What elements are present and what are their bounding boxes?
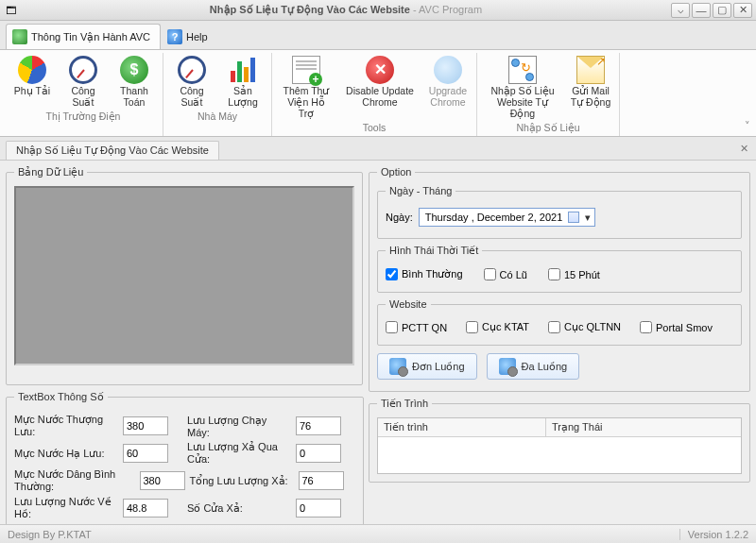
col-process: Tiến trình [378, 418, 546, 436]
sendmail-button[interactable]: ↗Gửi Mail Tự Động [566, 53, 615, 120]
daythang-panel: Ngày - Tháng Ngày: Thursday , December 2… [377, 185, 742, 239]
datagrid[interactable] [14, 186, 354, 365]
group-input-label: Nhập Số Liệu [481, 120, 615, 134]
gear-icon [499, 358, 516, 375]
ribbon: Phụ Tải Công Suất $Thanh Toán Thị Trường… [0, 49, 756, 137]
lbl-socuaxa: Số Cửa Xả: [187, 502, 291, 515]
group-market-label: Thị Trường Điện [8, 109, 159, 123]
chk-pcttqn[interactable]: PCTT QN [386, 321, 447, 333]
tab-opinfo[interactable]: Thông Tin Vận Hành AVC [6, 24, 161, 49]
ribbon-tabstrip: Thông Tin Vận Hành AVC ? Help [0, 21, 756, 49]
auto-input-button[interactable]: ↻Nhập Số Liệu Website Tự Động [481, 53, 564, 120]
chk-colu[interactable]: Có Lũ [484, 268, 527, 280]
doc-add-icon: + [292, 56, 320, 84]
ribbon-group-market: Phụ Tải Công Suất $Thanh Toán Thị Trường… [4, 53, 163, 136]
ngay-label: Ngày: [386, 212, 413, 223]
input-ll-xacua[interactable] [296, 444, 341, 463]
textbox-legend: TextBox Thông Số [14, 391, 108, 403]
workspace-close-icon[interactable]: ✕ [740, 143, 748, 155]
workspace-tab-main[interactable]: Nhập Số Liệu Tự Động Vào Các Website [6, 141, 219, 160]
mail-icon: ↗ [576, 56, 605, 84]
chk-cucqltnn[interactable]: Cục QLTNN [548, 321, 621, 333]
close-button[interactable]: ✕ [733, 3, 752, 18]
progress-legend: Tiến Trình [377, 398, 432, 410]
maximize-button[interactable]: ▢ [713, 3, 731, 18]
input-socuaxa[interactable] [296, 499, 341, 518]
leaf-icon [12, 29, 27, 44]
chk-cucktat[interactable]: Cục KTAT [466, 321, 529, 333]
lbl-tong-llxa: Tổng Lưu Lượng Xả: [190, 475, 294, 487]
title-main: Nhập Số Liệu Tự Động Vào Các Website [210, 4, 410, 15]
date-value: Thursday , December 2, 2021 [425, 212, 563, 223]
ribbon-group-input: ↻Nhập Số Liệu Website Tự Động ↗Gửi Mail … [477, 53, 620, 136]
tab-opinfo-label: Thông Tin Vận Hành AVC [31, 31, 150, 43]
single-thread-button[interactable]: Đơn Luồng [377, 353, 477, 380]
statusbar: Design By P.KTAT Version 1.2.2 [0, 524, 756, 543]
thanhtoan-button[interactable]: $Thanh Toán [110, 53, 159, 109]
date-picker[interactable]: Thursday , December 2, 2021 ▾ [419, 208, 596, 227]
barchart-icon [229, 56, 257, 84]
chk-15phut[interactable]: 15 Phút [548, 268, 600, 280]
error-icon: ✕ [366, 56, 394, 84]
chk-binhthuong[interactable]: Bình Thường [386, 268, 463, 280]
tab-help[interactable]: ? Help [161, 24, 218, 49]
design-by: Design By P.KTAT [8, 529, 92, 540]
option-legend: Option [377, 166, 415, 178]
input-dangbt[interactable] [140, 471, 185, 490]
load-icon [18, 56, 46, 84]
app-icon: 🗔 [4, 4, 17, 17]
chk-portal[interactable]: Portal Smov [640, 321, 713, 333]
phutai-button[interactable]: Phụ Tải [8, 53, 57, 109]
weather-legend: Hình Thái Thời Tiết [386, 245, 482, 257]
lbl-thuongluu: Mực Nước Thượng Lưu: [14, 414, 118, 438]
website-legend: Website [386, 298, 431, 310]
gauge-icon [69, 56, 97, 84]
group-tools-label: Tools [276, 120, 472, 134]
disable-chrome-button[interactable]: ✕Disable Update Chrome [338, 53, 421, 120]
tab-help-label: Help [186, 31, 208, 42]
datagrid-panel: Bảng Dữ Liệu [6, 166, 363, 385]
option-panel: Option Ngày - Tháng Ngày: Thursday , Dec… [369, 166, 750, 392]
datagrid-legend: Bảng Dữ Liệu [14, 166, 87, 178]
input-haluu[interactable] [123, 444, 168, 463]
chevron-down-icon: ▾ [585, 212, 591, 224]
minimize-button[interactable]: — [692, 3, 711, 18]
ribbon-group-plant: Công Suất Sản Lượng Nhà Máy [163, 53, 272, 136]
ribbon-expand-icon[interactable]: ˅ [745, 120, 750, 132]
multi-thread-button[interactable]: Đa Luồng [487, 353, 580, 380]
titlebar: 🗔 Nhập Số Liệu Tự Động Vào Các Website -… [0, 0, 756, 21]
progress-panel: Tiến Trình Tiến trình Trạng Thái [369, 398, 750, 483]
textbox-panel: TextBox Thông Số Mực Nước Thượng Lưu: Lư… [6, 391, 364, 532]
input-tong-llxa[interactable] [299, 471, 344, 490]
website-panel: Website PCTT QN Cục KTAT Cục QLTNN Porta… [377, 298, 742, 346]
title-sub: - AVC Program [413, 4, 482, 15]
congsuat-plant-button[interactable]: Công Suất [167, 53, 216, 109]
globe-icon [434, 56, 462, 84]
lbl-ll-veho: Lưu Lượng Nước Về Hồ: [14, 496, 118, 520]
window-title: Nhập Số Liệu Tự Động Vào Các Website - A… [21, 4, 671, 16]
gauge-icon [178, 56, 206, 84]
congsuat-market-button[interactable]: Công Suất [59, 53, 108, 109]
dollar-icon: $ [120, 56, 148, 84]
daythang-legend: Ngày - Tháng [386, 185, 455, 196]
sanluong-button[interactable]: Sản Lượng [218, 53, 267, 109]
lbl-haluu: Mực Nước Hạ Lưu: [14, 448, 118, 460]
workspace: Bảng Dữ Liệu TextBox Thông Số Mực Nước T… [0, 160, 756, 537]
col-status: Trạng Thái [546, 418, 741, 436]
gear-icon [389, 358, 406, 375]
workspace-tabstrip: Nhập Số Liệu Tự Động Vào Các Website ✕ [0, 137, 756, 160]
progress-table: Tiến trình Trạng Thái [377, 417, 742, 474]
input-ll-chaymay[interactable] [296, 416, 341, 435]
group-plant-label: Nhà Máy [167, 109, 267, 123]
ribbon-group-tools: +Thêm Thư Viện Hỗ Trợ ✕Disable Update Ch… [272, 53, 477, 136]
weather-panel: Hình Thái Thời Tiết Bình Thường Có Lũ 15… [377, 245, 742, 293]
customize-button[interactable]: ⌵ [671, 3, 690, 18]
lbl-ll-chaymay: Lưu Lượng Chạy Máy: [187, 415, 291, 438]
network-icon: ↻ [508, 56, 537, 84]
input-thuongluu[interactable] [123, 416, 168, 435]
addlib-button[interactable]: +Thêm Thư Viện Hỗ Trợ [276, 53, 336, 120]
lbl-ll-xacua: Lưu Lượng Xả Qua Cửa: [187, 441, 291, 466]
upgrade-chrome-button[interactable]: Upgrade Chrome [423, 53, 472, 120]
lbl-dangbt: Mực Nước Dâng Bình Thường: [14, 468, 135, 493]
input-ll-veho[interactable] [123, 499, 168, 518]
